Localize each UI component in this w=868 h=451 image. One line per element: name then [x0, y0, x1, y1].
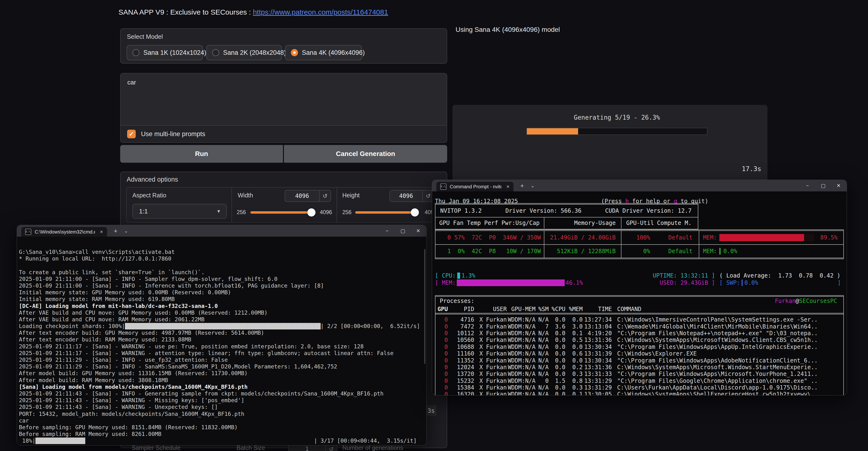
- multiline-checkbox[interactable]: ✓: [127, 130, 136, 138]
- close-button[interactable]: ✕: [410, 225, 426, 237]
- page-title: SANA APP V9 : Exclusive to SECourses : h…: [119, 8, 388, 16]
- gpu-col-header: GPU Fan Temp Perf Pwr:Usg/Cap: [435, 218, 544, 228]
- height-slider[interactable]: [355, 211, 417, 214]
- cmd-tab-title: C:\Windows\system32\cmd.e: [35, 229, 95, 235]
- width-reset-button[interactable]: ↺: [319, 190, 331, 201]
- progress-text: Generating 5/19 - 26.3%: [526, 114, 707, 121]
- mem-used: USED: 29.43GiB ]: [660, 280, 715, 286]
- driver-version: Driver Version: 566.36: [482, 207, 605, 214]
- nvitop-tab-title: Command Prompt - nvitop: [450, 184, 501, 190]
- minimize-button[interactable]: −: [800, 180, 815, 191]
- width-input[interactable]: 4096 ↺: [285, 190, 331, 202]
- generation-output-panel: Generating 5/19 - 26.3% 17.3s: [453, 105, 768, 182]
- radio-icon: [212, 49, 219, 56]
- width-slider[interactable]: [250, 211, 314, 214]
- radio-icon: [132, 49, 140, 56]
- process-list: 0 4716 X Furkan WDDM:N/A N/A 0.0 0.0 13:…: [435, 314, 843, 395]
- cmd-icon: C:\: [25, 229, 31, 235]
- cmd-titlebar[interactable]: C:\ C:\Windows\system32\cmd.e ✕ + ⌄ − ▢ …: [17, 225, 426, 237]
- slider-fill: [355, 211, 415, 214]
- mem-line: [ MEM:46.1% USED: 29.43GiB ]: [435, 279, 715, 286]
- minimize-button[interactable]: −: [379, 225, 395, 237]
- process-row: 0 11160 X Furkan WDDM:N/A N/A 0.0 0.6 13…: [435, 350, 843, 357]
- tab-dropdown-button[interactable]: ⌄: [528, 180, 537, 191]
- swap-bar: [742, 280, 743, 286]
- gpu-row-1: 1 0% 42C P8 10W / 170W 512KiB / 12288MiB…: [435, 244, 843, 258]
- width-group: Width 4096 ↺ 256 4096: [231, 188, 337, 222]
- cancel-generation-button[interactable]: Cancel Generation: [284, 145, 447, 163]
- width-label: Width: [238, 192, 253, 199]
- terminal-output: G:\Sana_v10\Sana>call venv\Scripts\activ…: [19, 249, 424, 444]
- process-row: 0 10560 X Furkan WDDM:N/A N/A 0.0 0.5 13…: [435, 336, 843, 343]
- aspect-ratio-dropdown[interactable]: 1:1 ▾: [132, 204, 227, 219]
- tab-close-icon[interactable]: ✕: [506, 184, 509, 189]
- terminal-scrollbar[interactable]: [424, 249, 425, 364]
- nvitop-header-box: NVITOP 1.3.2 Driver Version: 566.36 CUDA…: [435, 203, 698, 229]
- new-tab-button[interactable]: +: [517, 180, 527, 191]
- multiline-row: ✓ Use multi-line prompts: [121, 126, 447, 142]
- height-input[interactable]: 4096 ↺: [390, 190, 434, 202]
- close-button[interactable]: ✕: [831, 180, 846, 191]
- elapsed-time: 17.3s: [742, 165, 761, 172]
- nvitop-titlebar[interactable]: C:\ Command Prompt - nvitop ✕ + ⌄ − ▢ ✕: [432, 180, 847, 191]
- process-row: 0 4716 X Furkan WDDM:N/A N/A 0.0 0.0 13:…: [435, 316, 843, 323]
- multiline-label: Use multi-line prompts: [141, 130, 206, 138]
- gpu0-mem-bar: MEM: 89.5%: [699, 231, 843, 244]
- height-label: Height: [342, 192, 360, 199]
- tab-close-icon[interactable]: ✕: [100, 229, 103, 234]
- cpu-bar: [457, 272, 460, 279]
- advanced-options-header[interactable]: Advanced options: [127, 176, 178, 183]
- cmd-terminal-body: G:\Sana_v10\Sana>call venv\Scripts\activ…: [17, 237, 426, 445]
- cmd-tab[interactable]: C:\ C:\Windows\system32\cmd.e ✕: [21, 227, 107, 237]
- cmd-icon: C:\: [440, 184, 446, 190]
- tab-dropdown-button[interactable]: ⌄: [121, 225, 131, 237]
- processes-title: Processes:: [440, 298, 474, 304]
- width-slider-row: 256 4096: [232, 207, 337, 218]
- prompt-panel: car ✓ Use multi-line prompts: [120, 73, 447, 143]
- nvitop-version: NVITOP 1.3.2: [440, 207, 482, 214]
- process-row: 0 15232 X Furkan WDDM:N/A 0 1.5 0.8 13:3…: [435, 378, 843, 384]
- radio-selected-icon: [291, 49, 298, 56]
- process-row: 0 13720 X Furkan WDDM:N/A N/A 0.0 0.3 13…: [435, 371, 843, 377]
- aspect-ratio-label: Aspect Ratio: [132, 192, 166, 199]
- cpu-line: [ CPU:1.3% UPTIME: 13:32:11 ]: [435, 272, 715, 279]
- run-button[interactable]: Run: [120, 145, 283, 163]
- user-host: Furkan@SECoursesPC: [775, 298, 837, 304]
- select-model-label: Select Model: [127, 33, 163, 40]
- gpu-row-0: 0 57% 72C P0 346W / 350W 21.49GiB / 24.0…: [435, 231, 843, 244]
- width-min-label: 256: [237, 209, 246, 216]
- nvitop-tab[interactable]: C:\ Command Prompt - nvitop ✕: [436, 182, 514, 191]
- dimension-controls-row: Aspect Ratio 1:1 ▾ Width 4096 ↺ 256: [126, 187, 441, 223]
- height-slider-thumb[interactable]: [411, 208, 419, 217]
- process-row: 0 12024 X Furkan WDDM:N/A N/A 0.0 0.2 13…: [435, 364, 843, 371]
- page-title-text: SANA APP V9 : Exclusive to SECourses :: [119, 8, 253, 16]
- new-tab-button[interactable]: +: [111, 225, 121, 237]
- uptime: UPTIME: 13:32:11 ]: [653, 272, 715, 279]
- patreon-link[interactable]: https://www.patreon.com/posts/116474081: [253, 8, 388, 16]
- screen: SANA APP V9 : Exclusive to SECourses : h…: [0, 0, 868, 451]
- memory-col-header: Memory-Usage: [544, 218, 621, 228]
- nvitop-window: C:\ Command Prompt - nvitop ✕ + ⌄ − ▢ ✕ …: [432, 180, 847, 395]
- processes-header-row: GPU PID USER GPU-MEM %SM %CPU %MEM TIME …: [435, 305, 843, 313]
- model-radio-sana-4k[interactable]: Sana 4K (4096x4096): [285, 45, 362, 60]
- cmd-window: C:\ C:\Windows\system32\cmd.e ✕ + ⌄ − ▢ …: [17, 225, 427, 446]
- width-slider-thumb[interactable]: [307, 208, 315, 217]
- aspect-ratio-group: Aspect Ratio 1:1 ▾: [127, 188, 231, 222]
- process-row: 0 16320 X Furkan WDDM:N/A N/A 0.0 0.1 13…: [435, 391, 843, 395]
- process-row: 0 10688 X Furkan WDDM:N/A N/A 0.0 0.0 13…: [435, 344, 843, 350]
- maximize-button[interactable]: ▢: [815, 180, 831, 191]
- select-model-panel: Select Model Sana 1K (1024x1024) Sana 2K…: [120, 28, 447, 64]
- load-average: ( Load Average: 1.73 0.78 0.42 ): [719, 272, 840, 279]
- model-radio-sana-2k[interactable]: Sana 2K (2048x2048): [206, 45, 282, 60]
- gpu1-mem-bar: MEM: 0.0%: [699, 245, 843, 258]
- maximize-button[interactable]: ▢: [395, 225, 410, 237]
- nvitop-processes-box: Processes: Furkan@SECoursesPC GPU PID US…: [435, 295, 844, 395]
- model-radio-sana-1k[interactable]: Sana 1K (1024x1024): [127, 45, 203, 60]
- slider-fill: [250, 211, 311, 214]
- prompt-textarea[interactable]: car: [121, 73, 447, 125]
- mem-bar: [457, 280, 565, 286]
- height-group: Height 4096 ↺ 256 4096: [337, 188, 442, 222]
- cuda-version: CUDA Driver Version: 12.7: [605, 207, 691, 214]
- model-status-text: Using Sana 4K (4096x4096) model: [456, 26, 560, 33]
- height-min-label: 256: [342, 209, 351, 216]
